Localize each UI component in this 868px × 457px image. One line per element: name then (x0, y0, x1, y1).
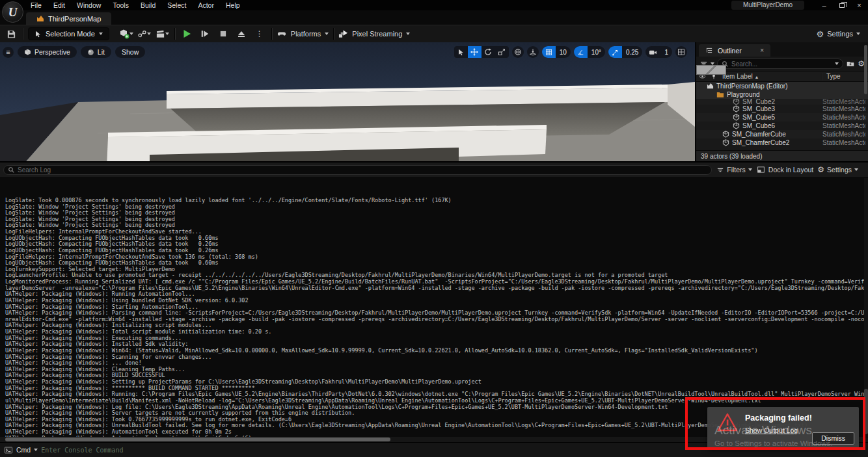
dock-icon (757, 166, 765, 174)
tab-label: ThirdPersonMap (48, 15, 101, 23)
play-button[interactable] (180, 27, 194, 41)
close-icon[interactable]: × (760, 47, 764, 54)
log-vertical-scrollbar-track[interactable] (864, 178, 868, 438)
scale-snap-control[interactable]: 0.25 (608, 46, 642, 58)
close-button[interactable]: × (850, 0, 868, 10)
surface-snap-icon (529, 48, 537, 56)
menu-item[interactable]: File (25, 0, 47, 10)
clapperboard-icon (156, 29, 165, 39)
log-filters-dropdown[interactable]: Filters (716, 166, 752, 174)
level-icon (36, 15, 44, 23)
outliner-item-type: StaticMeshActor (822, 114, 865, 121)
chevron-down-icon (129, 33, 133, 35)
perspective-dropdown[interactable]: Perspective (18, 46, 77, 58)
menu-item[interactable]: Window (71, 0, 107, 10)
select-tool-button[interactable] (454, 46, 468, 58)
surface-snapping-button[interactable] (527, 46, 539, 58)
type-column-header[interactable]: Type (822, 73, 868, 80)
add-actor-button[interactable] (119, 27, 133, 41)
output-log-header: Filters Dock in Layout ⚙ Settings (0, 163, 868, 177)
selection-mode-dropdown[interactable]: Selection Mode (28, 27, 109, 40)
static-mesh-icon (733, 122, 740, 129)
chevron-down-icon[interactable] (34, 449, 38, 451)
outliner-row[interactable]: SM_Cube5 StaticMeshActor (696, 113, 868, 122)
add-folder-icon[interactable] (846, 60, 855, 68)
camera-speed-control[interactable]: 1 (645, 46, 672, 58)
play-options-button[interactable]: ⋮ (252, 27, 267, 41)
save-icon (7, 29, 16, 39)
chevron-down-icon (165, 33, 169, 35)
chevron-down-icon (325, 33, 329, 35)
cmd-dropdown[interactable]: Cmd (16, 446, 31, 454)
outliner-item-type: StaticMeshActor (822, 131, 865, 138)
cinematics-button[interactable] (156, 27, 170, 41)
restore-button[interactable] (833, 0, 850, 10)
cursor-icon (34, 31, 42, 38)
outliner-scrollbar[interactable] (864, 45, 867, 94)
transform-tool-group (454, 46, 509, 58)
log-horizontal-scrollbar-thumb[interactable] (5, 437, 390, 441)
dock-in-layout-button[interactable]: Dock in Layout (757, 166, 813, 174)
tab-outliner[interactable]: Outliner × (699, 44, 770, 57)
log-settings-dropdown[interactable]: ⚙ Settings (817, 165, 858, 174)
outliner-search-box[interactable] (717, 59, 843, 69)
title-bar: U FileEditWindowToolsBuildSelectActorHel… (0, 0, 868, 10)
world-coordinate-button[interactable] (512, 46, 524, 58)
lit-dropdown[interactable]: Lit (81, 46, 111, 58)
chevron-down-icon (856, 33, 860, 35)
settings-dropdown[interactable]: ⚙ Settings (817, 29, 864, 39)
menu-item[interactable]: Build (135, 0, 161, 10)
platforms-dropdown[interactable]: Platforms (277, 29, 329, 38)
outliner-row[interactable]: SM_Cube6 StaticMeshActor (696, 122, 868, 130)
eject-button[interactable] (234, 27, 249, 41)
gear-icon: ⚙ (817, 165, 824, 174)
grid-snap-control[interactable]: 10 (542, 46, 571, 58)
log-search-box[interactable] (3, 165, 712, 175)
save-button[interactable] (4, 27, 18, 41)
minimize-button[interactable]: – (815, 0, 833, 10)
outliner-item-label: SM_ChamferCube2 (732, 139, 789, 146)
angle-snap-icon (574, 46, 588, 58)
lit-label: Lit (98, 48, 105, 56)
menu-item[interactable]: Select (161, 0, 192, 10)
stop-button[interactable] (216, 27, 230, 41)
maximize-viewport-button[interactable] (675, 46, 687, 58)
log-search-input[interactable] (18, 166, 707, 174)
outliner-row[interactable]: SM_ChamferCube StaticMeshActor (696, 130, 868, 138)
rotation-snap-control[interactable]: 10° (574, 46, 605, 58)
dismiss-button[interactable]: Dismiss (812, 432, 854, 445)
outliner-row[interactable]: SM_ChamferCube2 StaticMeshActor (696, 138, 868, 147)
outliner-search-input[interactable] (731, 60, 832, 68)
log-vertical-scrollbar-thumb[interactable] (864, 389, 868, 434)
menu-item[interactable]: Edit (47, 0, 71, 10)
scale-snap-value: 0.25 (622, 46, 642, 58)
log-text-area[interactable]: LogSlate: Took 0.000876 seconds to synch… (0, 177, 868, 437)
show-dropdown[interactable]: Show (115, 46, 145, 58)
scale-tool-button[interactable] (495, 46, 509, 58)
log-settings-label: Settings (827, 166, 852, 174)
skip-button[interactable] (198, 27, 212, 41)
outliner-row[interactable]: ThirdPersonMap (Editor) (696, 82, 868, 90)
camera-speed-value: 1 (660, 46, 672, 58)
outliner-row[interactable]: Playground (696, 90, 868, 99)
move-tool-button[interactable] (468, 46, 481, 58)
chevron-down-icon (99, 33, 103, 35)
tab-thirdpersonmap[interactable]: ThirdPersonMap (26, 12, 111, 25)
show-output-log-link[interactable]: Show Output Log (745, 426, 798, 434)
blueprints-button[interactable] (137, 27, 152, 41)
viewport-menu-button[interactable]: ≡ (3, 47, 14, 58)
outliner-row[interactable]: SM_Cube2 StaticMeshActor (696, 99, 868, 105)
menu-item[interactable]: Actor (192, 0, 220, 10)
menu-item[interactable]: Help (220, 0, 246, 10)
outliner-row[interactable]: SM_Cube3 StaticMeshActor (696, 105, 868, 113)
rotate-tool-button[interactable] (481, 46, 495, 58)
chevron-down-icon (748, 168, 752, 171)
lit-sphere-icon (87, 49, 94, 56)
menu-item[interactable]: Tools (107, 0, 135, 10)
filter-icon (716, 166, 724, 174)
item-label-column-header[interactable]: Item Label ▲ (720, 73, 822, 80)
folder-icon (716, 91, 724, 98)
restore-icon (839, 3, 845, 8)
pixel-streaming-dropdown[interactable]: Pixel Streaming (338, 29, 410, 39)
level-viewport[interactable]: ≡ Perspective Lit Show (0, 42, 695, 161)
